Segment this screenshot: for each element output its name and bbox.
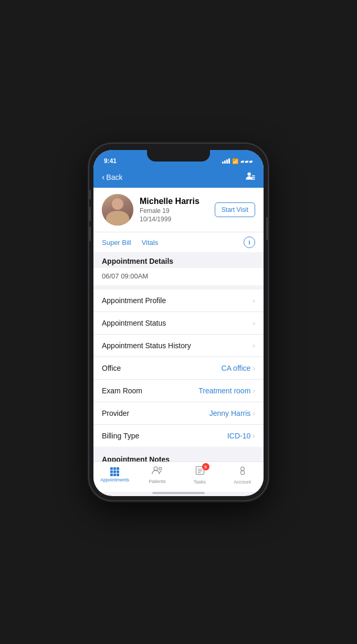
volume-down-button bbox=[89, 227, 91, 241]
appointments-tab-label: Appointments bbox=[100, 477, 129, 482]
tab-account[interactable]: Account bbox=[221, 465, 264, 485]
super-bill-link[interactable]: Super Bill bbox=[102, 239, 131, 246]
vitals-link[interactable]: Vitals bbox=[142, 239, 159, 246]
back-chevron-icon: ‹ bbox=[102, 173, 104, 182]
tasks-badge: 5 bbox=[202, 463, 209, 470]
patient-info: Michelle Harris Female 19 10/14/1999 bbox=[140, 197, 208, 223]
provider-label: Provider bbox=[102, 409, 129, 417]
provider-value: Jenny Harris bbox=[209, 409, 251, 417]
svg-rect-2 bbox=[251, 177, 255, 178]
back-label: Back bbox=[106, 173, 122, 181]
volume-up-button bbox=[89, 207, 91, 221]
svg-point-0 bbox=[247, 173, 250, 176]
appointment-status-history-row[interactable]: Appointment Status History › bbox=[93, 335, 264, 357]
notes-label: Appointment Notes bbox=[102, 455, 255, 461]
billing-type-value: ICD-10 bbox=[227, 432, 250, 440]
appointment-profile-label: Appointment Profile bbox=[102, 296, 166, 305]
appointment-details-section: Appointment Details bbox=[93, 252, 264, 268]
appointment-details-label: Appointment Details bbox=[102, 257, 173, 265]
patient-header: Michelle Harris Female 19 10/14/1999 Sta… bbox=[93, 188, 264, 232]
power-button bbox=[266, 217, 268, 240]
appointment-status-row[interactable]: Appointment Status › bbox=[93, 312, 264, 335]
svg-point-4 bbox=[154, 467, 158, 470]
exam-room-value: Treatment room bbox=[198, 387, 250, 395]
appointment-profile-right: › bbox=[253, 296, 255, 305]
patient-name: Michelle Harris bbox=[140, 197, 208, 206]
appointment-status-history-label: Appointment Status History bbox=[102, 341, 191, 350]
office-right: CA office › bbox=[222, 364, 255, 372]
appointment-time: 06/07 09:00AM bbox=[102, 272, 255, 280]
appointment-status-history-right: › bbox=[253, 341, 255, 350]
home-indicator bbox=[152, 492, 205, 494]
account-icon bbox=[237, 465, 248, 478]
svg-point-5 bbox=[159, 467, 161, 470]
patient-gender: Female 19 bbox=[140, 207, 208, 214]
signal-icon bbox=[222, 158, 230, 164]
appointment-profile-row[interactable]: Appointment Profile › bbox=[93, 289, 264, 312]
svg-rect-1 bbox=[251, 175, 255, 176]
tab-appointments[interactable]: Appointments bbox=[93, 467, 136, 482]
appointment-status-right: › bbox=[253, 319, 255, 327]
provider-right: Jenny Harris › bbox=[209, 409, 255, 417]
appointment-status-label: Appointment Status bbox=[102, 319, 166, 327]
chevron-right-icon: › bbox=[253, 296, 255, 305]
patients-tab-label: Patients bbox=[149, 479, 166, 484]
notes-section: Appointment Notes bbox=[93, 451, 264, 461]
nav-icons bbox=[246, 172, 255, 183]
office-value: CA office bbox=[222, 364, 251, 372]
billing-type-row[interactable]: Billing Type ICD-10 › bbox=[93, 425, 264, 447]
back-button[interactable]: ‹ Back bbox=[102, 173, 122, 182]
exam-room-right: Treatment room › bbox=[198, 387, 255, 395]
patient-dob: 10/14/1999 bbox=[140, 216, 208, 223]
tab-bar: Appointments Patients bbox=[93, 461, 264, 492]
start-visit-button[interactable]: Start Visit bbox=[215, 202, 255, 217]
info-icon[interactable]: i bbox=[244, 237, 255, 248]
status-time: 9:41 bbox=[104, 157, 117, 165]
chevron-right-icon: › bbox=[253, 364, 255, 372]
phone-frame: 9:41 📶 ▰▰▰ ‹ Back bbox=[89, 144, 268, 500]
profile-icon[interactable] bbox=[246, 172, 255, 183]
wifi-icon: 📶 bbox=[232, 158, 238, 164]
exam-room-label: Exam Room bbox=[102, 387, 142, 395]
account-tab-label: Account bbox=[234, 479, 251, 485]
chevron-right-icon: › bbox=[253, 409, 255, 417]
exam-room-row[interactable]: Exam Room Treatment room › bbox=[93, 380, 264, 402]
detail-list: Appointment Profile › Appointment Status… bbox=[93, 289, 264, 447]
patients-icon bbox=[152, 466, 163, 478]
appointment-details-block: 06/07 09:00AM bbox=[93, 268, 264, 285]
tasks-badge-wrapper: 5 bbox=[195, 465, 205, 478]
chevron-right-icon: › bbox=[253, 387, 255, 395]
tab-tasks[interactable]: 5 Tasks bbox=[178, 465, 221, 485]
status-icons: 📶 ▰▰▰ bbox=[222, 158, 253, 164]
svg-rect-3 bbox=[251, 179, 255, 180]
phone-screen: 9:41 📶 ▰▰▰ ‹ Back bbox=[93, 150, 264, 496]
nav-bar: ‹ Back bbox=[93, 169, 264, 188]
svg-rect-11 bbox=[240, 471, 244, 475]
chevron-right-icon: › bbox=[253, 341, 255, 350]
svg-point-10 bbox=[240, 467, 244, 470]
tab-patients[interactable]: Patients bbox=[136, 466, 178, 484]
chevron-right-icon: › bbox=[253, 432, 255, 440]
chevron-right-icon: › bbox=[253, 319, 255, 327]
billing-type-label: Billing Type bbox=[102, 432, 139, 440]
tasks-tab-label: Tasks bbox=[194, 479, 206, 485]
billing-type-right: ICD-10 › bbox=[227, 432, 255, 440]
office-row[interactable]: Office CA office › bbox=[93, 357, 264, 380]
office-label: Office bbox=[102, 364, 121, 372]
avatar bbox=[102, 194, 133, 226]
scroll-content: Michelle Harris Female 19 10/14/1999 Sta… bbox=[93, 188, 264, 461]
notch bbox=[147, 150, 210, 162]
silent-switch bbox=[89, 190, 91, 199]
action-links: Super Bill Vitals i bbox=[93, 232, 264, 252]
battery-icon: ▰▰▰ bbox=[240, 158, 253, 164]
appointments-icon bbox=[110, 467, 119, 476]
avatar-image bbox=[102, 194, 133, 226]
provider-row[interactable]: Provider Jenny Harris › bbox=[93, 402, 264, 425]
